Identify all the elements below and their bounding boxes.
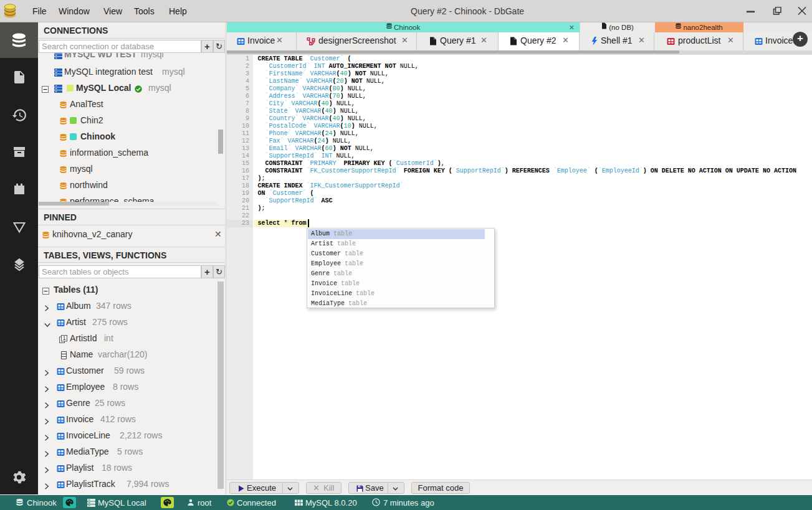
svg-text:1: 1 xyxy=(63,335,66,341)
